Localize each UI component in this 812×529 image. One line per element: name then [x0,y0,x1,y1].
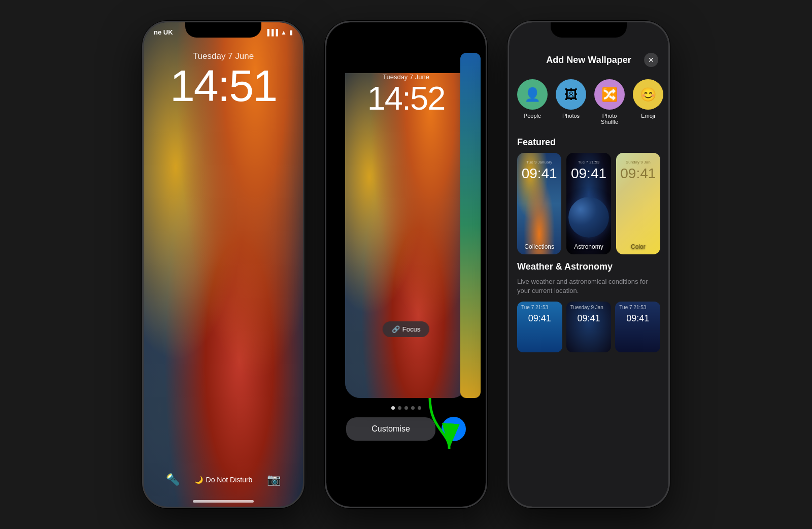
collections-date: Tue 9 January [517,160,561,164]
battery-icon: ▮ [289,29,293,36]
close-button[interactable]: ✕ [644,53,658,67]
page-dots [391,406,421,410]
lock-date-container: Tuesday 7 June 14:51 [144,51,303,108]
bottom-actions: Customise + [346,417,466,441]
weather-card-3[interactable]: Tue 7 21:53 09:41 [615,302,660,352]
volume-up-button-3 [507,129,509,162]
photos-label: Photos [562,113,580,119]
lock-screen-bottom: 🔦 🌙 Do Not Disturb 📷 [144,473,303,486]
flashlight-icon[interactable]: 🔦 [166,473,180,486]
weather-cards: Tue 7 21:53 09:41 Tuesday 9 Jan 09:41 Tu… [517,302,660,352]
emoji-label: Emoji [641,113,655,119]
phone-1: ne UK ▐▐▐ ▲ ▮ Tuesday 7 June 14:51 🔦 🌙 D… [142,21,304,508]
weather-card-2[interactable]: Tuesday 9 Jan 09:41 [566,302,612,352]
volume-down-button-2 [325,170,326,203]
dot-5 [418,406,421,410]
add-wallpaper-title: Add New Wallpaper [533,55,644,65]
focus-label: Focus [402,325,420,333]
power-button-3 [669,124,670,159]
category-emoji[interactable]: 😊 Emoji [633,79,663,125]
globe-icon [568,197,609,238]
phone1-notch [185,22,261,38]
wc3-time: 09:41 [615,313,660,324]
volume-up-button [142,129,143,162]
dot-2 [398,406,401,410]
weather-description: Live weather and astronomical conditions… [517,277,660,295]
side-preview-card [460,53,481,398]
wallpaper-preview-card[interactable]: Tuesday 7 June 14:52 🔗 Focus [345,53,467,398]
moon-icon: 🌙 [194,476,203,484]
wc1-date: Tue 7 21:53 [517,302,562,313]
category-people[interactable]: 👤 People [517,79,548,125]
do-not-disturb: 🌙 Do Not Disturb [194,476,253,484]
signal-icon: ▐▐▐ [265,29,279,36]
people-icon: 👤 [517,79,548,110]
link-icon: 🔗 [392,325,400,333]
focus-pill[interactable]: 🔗 Focus [383,321,429,337]
wc1-time: 09:41 [517,313,562,324]
home-indicator [193,500,254,503]
wifi-icon: ▲ [281,29,287,36]
phone3-screen: Add New Wallpaper ✕ 👤 People 🖼 Photos 🔀 … [509,22,668,507]
color-time: 09:41 [616,166,660,182]
power-button [303,124,304,159]
camera-icon[interactable]: 📷 [267,473,281,486]
featured-color[interactable]: Sunday 9 Jan 09:41 Color [616,153,660,254]
color-label: Color [616,243,660,250]
collections-label: Collections [517,243,561,250]
dnd-label: Do Not Disturb [206,476,253,484]
customise-button[interactable]: Customise [346,417,435,441]
phone-3: Add New Wallpaper ✕ 👤 People 🖼 Photos 🔀 … [507,21,670,508]
wallpaper-categories: 👤 People 🖼 Photos 🔀 Photo Shuffle 😊 Emoj… [509,75,668,129]
phone2-content: Tuesday 7 June 14:52 🔗 Focus Cust [326,22,486,507]
weather-card-1[interactable]: Tue 7 21:53 09:41 [517,302,562,352]
wc3-date: Tue 7 21:53 [615,302,660,313]
volume-down-button [142,170,143,203]
status-icons: ▐▐▐ ▲ ▮ [265,29,293,36]
mute-button-2 [325,104,326,121]
collections-time: 09:41 [517,166,561,182]
color-date: Sunday 9 Jan [616,160,660,164]
astronomy-date: Tue 7 21:53 [566,160,611,164]
category-photos[interactable]: 🖼 Photos [556,79,586,125]
add-wallpaper-panel: Add New Wallpaper ✕ 👤 People 🖼 Photos 🔀 … [509,22,668,507]
dot-1 [391,406,395,410]
category-photo-shuffle[interactable]: 🔀 Photo Shuffle [594,79,625,125]
featured-cards: Tue 9 January 09:41 Collections Tue 7 21… [509,153,668,254]
wc2-date: Tuesday 9 Jan [566,302,612,313]
mute-button-3 [507,104,509,121]
wallpaper-bg: Tuesday 7 June 14:52 [345,73,467,398]
phone1-wallpaper: ne UK ▐▐▐ ▲ ▮ Tuesday 7 June 14:51 🔦 🌙 D… [144,22,303,507]
weather-section-title: Weather & Astronomy [517,254,660,277]
dot-4 [411,406,415,410]
add-wallpaper-button[interactable]: + [442,417,466,441]
dot-3 [404,406,408,410]
power-button-2 [486,124,487,159]
astronomy-label: Astronomy [566,243,611,250]
carrier-label: ne UK [154,28,173,36]
volume-down-button-3 [507,170,509,203]
volume-up-button-2 [325,129,326,162]
weather-astronomy-section: Weather & Astronomy Live weather and ast… [509,254,668,362]
lock-time: 14:51 [144,63,303,108]
photos-icon: 🖼 [556,79,586,110]
phone2-notch [368,22,444,38]
lock-date-text: Tuesday 7 June [144,51,303,61]
photo-shuffle-icon: 🔀 [594,79,625,110]
wallpaper-time: 14:52 [345,82,467,115]
featured-collections[interactable]: Tue 9 January 09:41 Collections [517,153,561,254]
featured-section-title: Featured [509,129,668,153]
mute-button [142,104,143,121]
featured-astronomy[interactable]: Tue 7 21:53 09:41 Astronomy [566,153,611,254]
emoji-icon: 😊 [633,79,663,110]
phone-2: Tuesday 7 June 14:52 🔗 Focus Cust [325,21,487,508]
wallpaper-date: Tuesday 7 June [345,73,467,81]
photo-shuffle-label: Photo Shuffle [594,113,625,125]
phone1-screen: ne UK ▐▐▐ ▲ ▮ Tuesday 7 June 14:51 🔦 🌙 D… [144,22,303,507]
phone3-notch [551,22,627,38]
astronomy-time: 09:41 [566,166,611,182]
phone2-screen: Tuesday 7 June 14:52 🔗 Focus Cust [326,22,486,507]
wc2-time: 09:41 [566,313,612,324]
people-label: People [524,113,541,119]
